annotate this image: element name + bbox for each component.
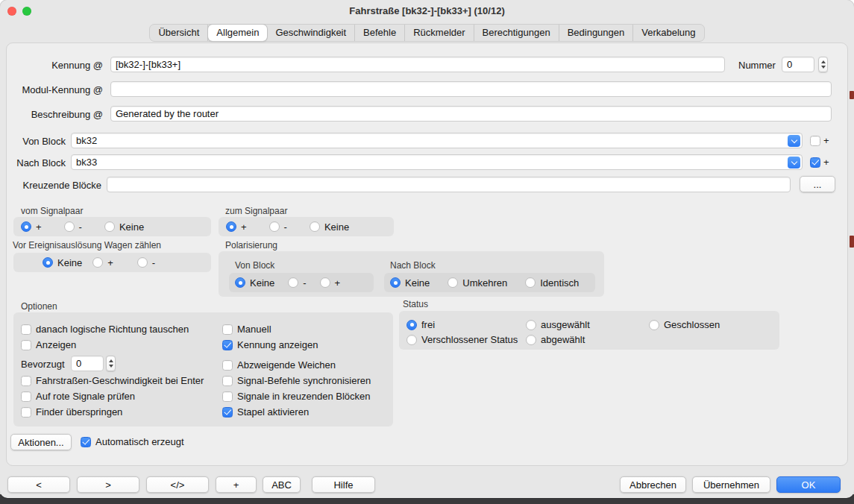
stepper-down-icon	[109, 365, 113, 368]
radio-vom-signalpaar-keine[interactable]: Keine	[104, 221, 144, 233]
edge-marker	[850, 236, 854, 248]
radio-vom-signalpaar-plus[interactable]: +	[21, 221, 42, 233]
window-title: Fahrstraße [bk32-]-[bk33+] (10/12)	[0, 5, 854, 16]
beschreibung-label: Beschreibung @	[0, 109, 103, 120]
dialog-window: Fahrstraße [bk32-]-[bk33+] (10/12) Übers…	[0, 0, 854, 498]
checkbox-manuell[interactable]: Manuell	[222, 324, 271, 335]
radio-status-verschlossener[interactable]: Verschlossener Status	[406, 334, 518, 345]
stepper-up-icon	[109, 359, 113, 362]
ok-button[interactable]: OK	[776, 476, 841, 493]
bevorzugt-input[interactable]	[71, 356, 104, 371]
nach-block-combo[interactable]: bk33	[71, 154, 803, 170]
kennung-input[interactable]	[110, 57, 725, 72]
tab-rueckmelder[interactable]: Rückmelder	[405, 25, 474, 41]
checkbox-signale-kreuzende-bloecke[interactable]: Signale in kreuzenden Blöcken	[222, 391, 371, 402]
checkbox-icon	[81, 437, 91, 447]
checkbox-kennung-anzeigen[interactable]: Kennung anzeigen	[222, 339, 318, 350]
kreuzende-bloecke-label: Kreuzende Blöcke	[0, 180, 101, 191]
add-button[interactable]: +	[216, 476, 257, 493]
checkbox-fahrstrassen-geschwindigkeit[interactable]: Fahrstraßen-Geschwindigkeit bei Enter	[21, 375, 204, 386]
tab-allgemein[interactable]: Allgemein	[208, 25, 267, 41]
polarisierung-nach-block-group: Keine Umkehren Identisch	[384, 273, 595, 292]
radio-icon	[137, 257, 148, 268]
radio-status-frei[interactable]: frei	[406, 319, 435, 330]
radio-icon	[526, 320, 536, 330]
aktionen-button[interactable]: Aktionen...	[10, 434, 72, 450]
radio-polarisierung-von-minus[interactable]: -	[288, 277, 306, 289]
checkbox-icon	[21, 324, 31, 335]
von-block-dropdown-button[interactable]	[788, 135, 800, 147]
radio-polarisierung-nach-identisch[interactable]: Identisch	[525, 277, 579, 289]
radio-icon	[406, 335, 417, 345]
nach-block-value: bk33	[76, 157, 97, 168]
radio-icon	[406, 320, 417, 330]
checkbox-icon	[222, 340, 233, 350]
hilfe-button[interactable]: Hilfe	[312, 476, 375, 493]
von-block-combo[interactable]: bk32	[71, 133, 803, 148]
nach-block-plus-label: +	[823, 157, 829, 168]
radio-zum-signalpaar-keine[interactable]: Keine	[310, 221, 349, 233]
nummer-input[interactable]	[782, 57, 814, 72]
radio-polarisierung-nach-keine[interactable]: Keine	[390, 277, 430, 289]
radio-icon	[320, 277, 330, 288]
radio-status-abgewaehlt[interactable]: abgewählt	[526, 334, 585, 345]
von-block-value: bk32	[76, 135, 97, 146]
kreuzende-bloecke-input[interactable]	[107, 177, 791, 192]
titlebar[interactable]: Fahrstraße [bk32-]-[bk33+] (10/12)	[0, 0, 854, 22]
radio-polarisierung-von-keine[interactable]: Keine	[235, 277, 274, 289]
radio-status-geschlossen[interactable]: Geschlossen	[649, 319, 720, 330]
forward-button[interactable]: >	[77, 476, 139, 493]
radio-icon	[21, 221, 31, 232]
nach-block-dropdown-button[interactable]	[788, 157, 800, 168]
radio-wagen-plus[interactable]: +	[92, 257, 113, 268]
abbrechen-button[interactable]: Abbrechen	[620, 476, 686, 493]
tab-verkabelung[interactable]: Verkabelung	[633, 25, 703, 41]
radio-icon	[310, 221, 320, 232]
checkbox-auf-rote-signale[interactable]: Auf rote Signale prüfen	[21, 391, 135, 402]
radio-polarisierung-von-plus[interactable]: +	[320, 277, 341, 289]
nach-block-label: Nach Block	[0, 157, 66, 168]
beschreibung-input[interactable]	[110, 106, 832, 122]
tab-uebersicht[interactable]: Übersicht	[150, 25, 208, 41]
tab-geschwindigkeit[interactable]: Geschwindigkeit	[267, 25, 355, 41]
nach-block-plus-option[interactable]: +	[810, 157, 829, 168]
checkbox-automatisch-erzeugt[interactable]: Automatisch erzeugt	[81, 436, 184, 447]
checkbox-danach-richtung-tauschen[interactable]: danach logische Richtung tauschen	[21, 324, 189, 335]
checkbox-abzweigende-weichen[interactable]: Abzweigende Weichen	[222, 359, 336, 371]
radio-wagen-keine[interactable]: Keine	[43, 257, 82, 268]
modul-kennung-label: Modul-Kennung @	[0, 84, 103, 95]
code-button[interactable]: </>	[146, 476, 209, 493]
checkbox-stapel-aktivieren[interactable]: Stapel aktivieren	[222, 406, 309, 418]
radio-status-ausgewaehlt[interactable]: ausgewählt	[526, 319, 590, 330]
kreuzende-bloecke-more-button[interactable]: ...	[800, 176, 835, 192]
tab-befehle[interactable]: Befehle	[355, 25, 405, 41]
modul-kennung-input[interactable]	[110, 81, 832, 97]
von-block-plus-option[interactable]: +	[810, 135, 829, 146]
nach-block-checkbox[interactable]	[810, 157, 820, 168]
radio-zum-signalpaar-plus[interactable]: +	[226, 221, 247, 233]
tab-berechtigungen[interactable]: Berechtigungen	[474, 25, 559, 41]
radio-vom-signalpaar-minus[interactable]: -	[64, 221, 82, 233]
radio-wagen-minus[interactable]: -	[137, 257, 155, 268]
radio-polarisierung-nach-umkehren[interactable]: Umkehren	[448, 277, 507, 289]
polarisierung-title: Polarisierung	[225, 240, 277, 251]
abc-button[interactable]: ABC	[263, 476, 301, 493]
radio-icon	[649, 320, 659, 330]
checkbox-icon	[222, 407, 233, 418]
checkbox-icon	[21, 340, 31, 350]
back-button[interactable]: <	[7, 476, 70, 493]
checkbox-signal-befehle-synchronisieren[interactable]: Signal-Befehle synchronisieren	[222, 375, 371, 386]
uebernehmen-button[interactable]: Übernehmen	[692, 476, 770, 493]
checkbox-anzeigen[interactable]: Anzeigen	[21, 339, 76, 350]
stepper-down-icon	[821, 66, 826, 69]
tab-bedingungen[interactable]: Bedingungen	[559, 25, 634, 41]
von-block-plus-label: +	[823, 135, 829, 146]
radio-icon	[269, 221, 280, 232]
bevorzugt-stepper[interactable]	[106, 356, 116, 371]
checkbox-finder-ueberspringen[interactable]: Finder überspringen	[21, 406, 122, 418]
radio-icon	[104, 221, 115, 232]
nummer-stepper[interactable]	[818, 57, 828, 72]
von-block-checkbox[interactable]	[810, 136, 820, 146]
radio-zum-signalpaar-minus[interactable]: -	[269, 221, 287, 233]
vom-signalpaar-group: + - Keine	[13, 217, 211, 236]
